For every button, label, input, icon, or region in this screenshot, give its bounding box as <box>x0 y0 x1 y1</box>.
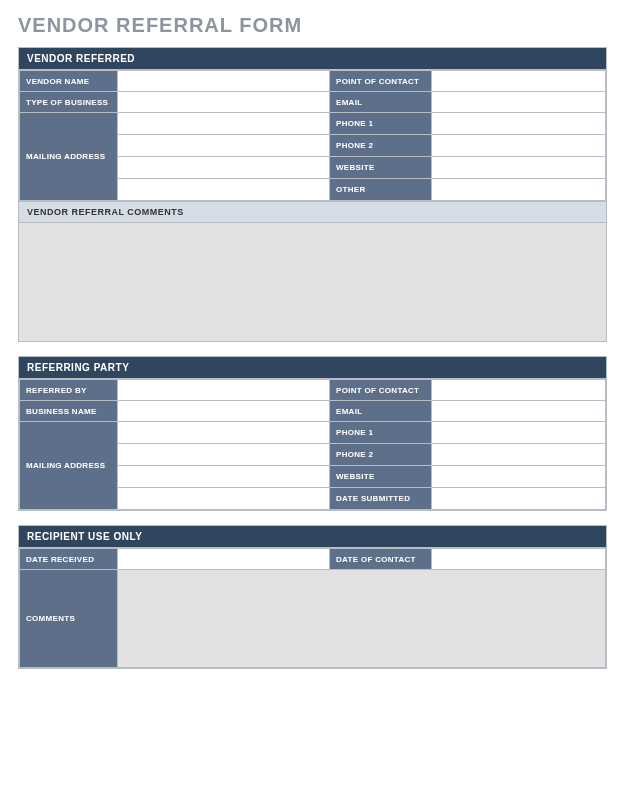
label-point-of-contact: POINT OF CONTACT <box>330 71 432 92</box>
field-mailing-address-1[interactable] <box>118 113 330 135</box>
field-website-ref[interactable] <box>432 466 606 488</box>
vendor-comments-box[interactable] <box>19 223 606 341</box>
field-date-received[interactable] <box>118 549 330 570</box>
section-header-referring: REFERRING PARTY <box>19 357 606 379</box>
field-mailing-address-3[interactable] <box>118 157 330 179</box>
field-mailing-address-2[interactable] <box>118 135 330 157</box>
field-phone1-ref[interactable] <box>432 422 606 444</box>
field-vendor-name[interactable] <box>118 71 330 92</box>
field-email[interactable] <box>432 92 606 113</box>
label-mailing-address-ref: MAILING ADDRESS <box>20 422 118 510</box>
field-referred-by[interactable] <box>118 380 330 401</box>
label-date-submitted: DATE SUBMITTED <box>330 488 432 510</box>
label-phone1: PHONE 1 <box>330 113 432 135</box>
section-recipient: RECIPIENT USE ONLY DATE RECEIVED DATE OF… <box>18 525 607 669</box>
label-website-ref: WEBSITE <box>330 466 432 488</box>
label-type-of-business: TYPE OF BUSINESS <box>20 92 118 113</box>
recipient-table: DATE RECEIVED DATE OF CONTACT COMMENTS <box>19 548 606 668</box>
field-email-ref[interactable] <box>432 401 606 422</box>
label-business-name: BUSINESS NAME <box>20 401 118 422</box>
label-phone1-ref: PHONE 1 <box>330 422 432 444</box>
field-phone2[interactable] <box>432 135 606 157</box>
label-poc-ref: POINT OF CONTACT <box>330 380 432 401</box>
field-mailing-address-4[interactable] <box>118 179 330 201</box>
field-type-of-business[interactable] <box>118 92 330 113</box>
field-other[interactable] <box>432 179 606 201</box>
field-mailing-address-ref-3[interactable] <box>118 466 330 488</box>
section-vendor-referred: VENDOR REFERRED VENDOR NAME POINT OF CON… <box>18 47 607 342</box>
field-point-of-contact[interactable] <box>432 71 606 92</box>
label-other: OTHER <box>330 179 432 201</box>
field-business-name[interactable] <box>118 401 330 422</box>
label-date-of-contact: DATE OF CONTACT <box>330 549 432 570</box>
vendor-comments-header: VENDOR REFERRAL COMMENTS <box>19 201 606 223</box>
label-phone2-ref: PHONE 2 <box>330 444 432 466</box>
label-comments: COMMENTS <box>20 570 118 668</box>
section-referring-party: REFERRING PARTY REFERRED BY POINT OF CON… <box>18 356 607 511</box>
vendor-table: VENDOR NAME POINT OF CONTACT TYPE OF BUS… <box>19 70 606 201</box>
label-vendor-name: VENDOR NAME <box>20 71 118 92</box>
field-phone1[interactable] <box>432 113 606 135</box>
field-mailing-address-ref-4[interactable] <box>118 488 330 510</box>
label-email: EMAIL <box>330 92 432 113</box>
referring-table: REFERRED BY POINT OF CONTACT BUSINESS NA… <box>19 379 606 510</box>
field-comments[interactable] <box>118 570 606 668</box>
label-date-received: DATE RECEIVED <box>20 549 118 570</box>
field-poc-ref[interactable] <box>432 380 606 401</box>
label-phone2: PHONE 2 <box>330 135 432 157</box>
page-title: VENDOR REFERRAL FORM <box>18 14 607 37</box>
label-email-ref: EMAIL <box>330 401 432 422</box>
label-mailing-address: MAILING ADDRESS <box>20 113 118 201</box>
field-date-submitted[interactable] <box>432 488 606 510</box>
field-date-of-contact[interactable] <box>432 549 606 570</box>
section-header-vendor: VENDOR REFERRED <box>19 48 606 70</box>
field-website[interactable] <box>432 157 606 179</box>
section-header-recipient: RECIPIENT USE ONLY <box>19 526 606 548</box>
field-mailing-address-ref-2[interactable] <box>118 444 330 466</box>
label-website: WEBSITE <box>330 157 432 179</box>
label-referred-by: REFERRED BY <box>20 380 118 401</box>
field-phone2-ref[interactable] <box>432 444 606 466</box>
field-mailing-address-ref-1[interactable] <box>118 422 330 444</box>
